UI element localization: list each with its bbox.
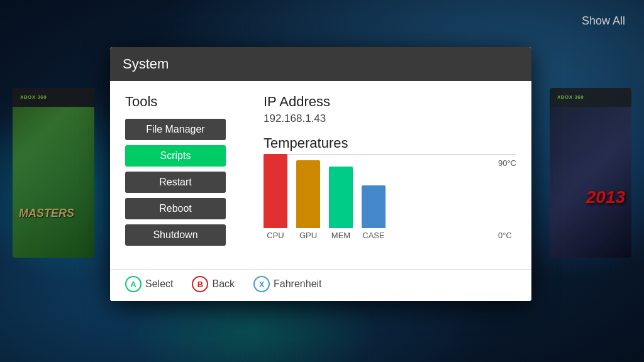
back-label: Back — [212, 278, 235, 290]
temperatures-label: Temperatures — [264, 135, 516, 155]
temperature-chart: 90°C 0°C CPU GPU MEM — [264, 158, 516, 259]
file-manager-button[interactable]: File Manager — [125, 119, 226, 140]
select-group: A Select — [125, 276, 173, 292]
xbox-badge-left: XBOX 360 — [18, 93, 49, 101]
game-cover-right: XBOX 360 2013 — [550, 88, 631, 258]
scale-low: 0°C — [498, 231, 516, 240]
cpu-bar — [264, 154, 287, 228]
fahrenheit-group: X Fahrenheit — [253, 276, 322, 292]
dialog-title: System — [123, 56, 519, 72]
tools-label: Tools — [125, 94, 238, 110]
scripts-button[interactable]: Scripts — [125, 145, 226, 167]
show-all-button[interactable]: Show All — [582, 14, 625, 28]
case-label: CASE — [362, 231, 384, 240]
chart-scale: 90°C 0°C — [498, 158, 516, 240]
reboot-button[interactable]: Reboot — [125, 198, 226, 219]
x-button-icon[interactable]: X — [253, 276, 270, 292]
shutdown-button[interactable]: Shutdown — [125, 224, 226, 246]
system-dialog: System Tools File Manager Scripts Restar… — [110, 47, 531, 301]
a-button-icon[interactable]: A — [125, 276, 142, 292]
gpu-bar-wrap: GPU — [296, 160, 320, 240]
mem-label: MEM — [331, 231, 350, 240]
game-year: 2013 — [586, 187, 625, 207]
mem-bar — [329, 167, 353, 228]
select-label: Select — [145, 278, 173, 290]
info-panel: IP Address 192.168.1.43 Temperatures 90°… — [264, 94, 516, 259]
dialog-title-bar: System — [110, 47, 531, 81]
ip-address-label: IP Address — [264, 94, 516, 110]
xbox-badge-right: XBOX 360 — [555, 93, 586, 101]
bars-container: CPU GPU MEM CASE — [264, 158, 516, 240]
cpu-bar-wrap: CPU — [264, 154, 287, 240]
case-bar-wrap: CASE — [362, 185, 386, 240]
case-bar — [362, 185, 386, 228]
dialog-body: Tools File Manager Scripts Restart Reboo… — [110, 81, 531, 269]
mem-bar-wrap: MEM — [329, 167, 353, 240]
dialog-footer: A Select B Back X Fahrenheit — [110, 269, 531, 301]
ip-address-value: 192.168.1.43 — [264, 112, 516, 125]
cpu-label: CPU — [267, 231, 284, 240]
game-cover-left: XBOX 360 — [13, 88, 94, 258]
back-group: B Back — [192, 276, 235, 292]
b-button-icon[interactable]: B — [192, 276, 208, 292]
scale-high: 90°C — [498, 158, 516, 168]
restart-button[interactable]: Restart — [125, 172, 226, 193]
gpu-bar — [296, 160, 320, 228]
gpu-label: GPU — [299, 231, 317, 240]
fahrenheit-label: Fahrenheit — [274, 278, 322, 290]
tools-panel: Tools File Manager Scripts Restart Reboo… — [125, 94, 238, 259]
